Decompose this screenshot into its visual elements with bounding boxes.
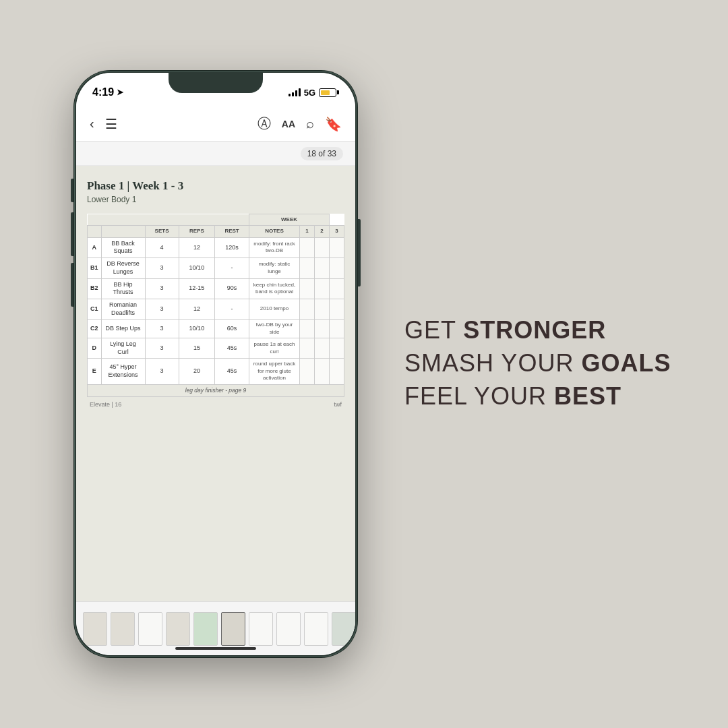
- col-reps: REPS: [179, 226, 215, 237]
- week3-cell: [330, 359, 344, 384]
- workout-table: WEEK SETS REPS REST NOTES 1: [87, 214, 344, 397]
- col-label: [88, 226, 102, 237]
- week1-cell: [300, 338, 315, 359]
- exercise-name: Romanian Deadlifts: [101, 299, 145, 319]
- exercise-name: Lying Leg Curl: [101, 338, 145, 359]
- reps-cell: 15: [179, 338, 215, 359]
- reps-cell: 12-15: [179, 278, 215, 299]
- motivational-line-3: FEEL YOUR BEST: [404, 380, 688, 412]
- phone-frame: 4:19 ➤ 5G: [74, 71, 357, 657]
- list-button[interactable]: ☰: [105, 116, 117, 132]
- week1-cell: [300, 299, 315, 319]
- home-indicator: [175, 647, 256, 650]
- week2-cell: [315, 320, 330, 338]
- exercise-label: B1: [88, 258, 102, 278]
- rest-cell: 45s: [215, 338, 249, 359]
- page-wrapper: 4:19 ➤ 5G: [0, 0, 728, 728]
- sets-cell: 3: [145, 338, 179, 359]
- rest-cell: 45s: [215, 359, 249, 384]
- thumb-10[interactable]: [332, 612, 355, 646]
- col-week2: 2: [315, 226, 330, 237]
- col-week1: 1: [300, 226, 315, 237]
- time-display: 4:19: [92, 86, 114, 98]
- table-row: A BB Back Squats 4 12 120s modify: front…: [88, 237, 344, 257]
- col-notes: NOTES: [249, 226, 300, 237]
- reps-cell: 12: [179, 237, 215, 257]
- week2-cell: [315, 338, 330, 359]
- week1-cell: [300, 237, 315, 257]
- notes-cell: modify: front rack two-DB: [249, 237, 300, 257]
- notes-cell: pause 1s at each curl: [249, 338, 300, 359]
- motivational-line-1: GET STRONGER: [404, 315, 688, 346]
- week2-cell: [315, 299, 330, 319]
- sets-cell: 3: [145, 258, 179, 278]
- page-subtitle: Lower Body 1: [87, 195, 344, 204]
- signal-bars: [289, 88, 301, 96]
- week1-cell: [300, 258, 315, 278]
- sets-cell: 3: [145, 278, 179, 299]
- page-indicator-bar: 18 of 33: [76, 142, 355, 166]
- motivational-line-2: SMASH YOUR GOALS: [404, 348, 688, 380]
- rest-cell: 60s: [215, 320, 249, 338]
- col-rest: REST: [215, 226, 249, 237]
- battery-indicator: [319, 88, 339, 97]
- sets-cell: 4: [145, 237, 179, 257]
- week3-cell: [330, 338, 344, 359]
- thumb-2[interactable]: [111, 612, 135, 646]
- week3-cell: [330, 299, 344, 319]
- week3-cell: [330, 237, 344, 257]
- table-row: E 45° Hyper Extensions 3 20 45s round up…: [88, 359, 344, 384]
- reps-cell: 10/10: [179, 320, 215, 338]
- search-button[interactable]: ⌕: [306, 116, 314, 131]
- bookmark-button[interactable]: 🔖: [325, 116, 342, 132]
- week1-cell: [300, 320, 315, 338]
- mute-button: [71, 179, 73, 202]
- sets-cell: 3: [145, 320, 179, 338]
- week2-cell: [315, 237, 330, 257]
- power-button: [358, 219, 361, 286]
- rest-cell: 90s: [215, 278, 249, 299]
- week2-cell: [315, 359, 330, 384]
- accessibility-button[interactable]: Ⓐ: [257, 115, 271, 133]
- exercise-label: C1: [88, 299, 102, 319]
- exercise-name: DB Reverse Lunges: [101, 258, 145, 278]
- exercise-label: C2: [88, 320, 102, 338]
- exercise-label: B2: [88, 278, 102, 299]
- reps-cell: 20: [179, 359, 215, 384]
- table-row: C2 DB Step Ups 3 10/10 60s two-DB by you…: [88, 320, 344, 338]
- week1-cell: [300, 359, 315, 384]
- page-indicator: 18 of 33: [301, 147, 343, 160]
- workout-page: Phase 1 | Week 1 - 3 Lower Body 1 WEEK: [76, 166, 355, 601]
- footer-note: leg day finisher - page 9: [88, 384, 344, 396]
- phone-screen: 4:19 ➤ 5G: [76, 73, 355, 655]
- thumb-5[interactable]: [193, 612, 218, 646]
- thumb-1[interactable]: [83, 612, 107, 646]
- location-icon: ➤: [117, 88, 123, 97]
- table-row: B1 DB Reverse Lunges 3 10/10 - modify: s…: [88, 258, 344, 278]
- notes-cell: keep chin tucked, band is optional: [249, 278, 300, 299]
- font-size-button[interactable]: AA: [282, 119, 295, 129]
- notes-cell: two-DB by your side: [249, 320, 300, 338]
- week3-cell: [330, 258, 344, 278]
- thumb-3[interactable]: [138, 612, 162, 646]
- thumb-8[interactable]: [276, 612, 301, 646]
- exercise-label: A: [88, 237, 102, 257]
- thumb-7[interactable]: [249, 612, 273, 646]
- status-time: 4:19 ➤: [92, 86, 123, 98]
- back-button[interactable]: ‹: [90, 116, 94, 131]
- thumb-6-active[interactable]: [221, 612, 245, 646]
- exercise-name: BB Back Squats: [101, 237, 145, 257]
- network-type: 5G: [304, 88, 315, 98]
- notes-cell: round upper back for more glute activati…: [249, 359, 300, 384]
- exercise-label: E: [88, 359, 102, 384]
- content-area: Phase 1 | Week 1 - 3 Lower Body 1 WEEK: [76, 166, 355, 601]
- col-week3: 3: [330, 226, 344, 237]
- status-icons: 5G: [289, 88, 339, 98]
- thumb-9[interactable]: [304, 612, 328, 646]
- week3-cell: [330, 320, 344, 338]
- exercise-name: BB Hip Thrusts: [101, 278, 145, 299]
- motivational-text: GET STRONGER SMASH YOUR GOALS FEEL YOUR …: [404, 315, 688, 413]
- week-header: WEEK: [249, 214, 330, 226]
- exercise-name: 45° Hyper Extensions: [101, 359, 145, 384]
- thumb-4[interactable]: [166, 612, 190, 646]
